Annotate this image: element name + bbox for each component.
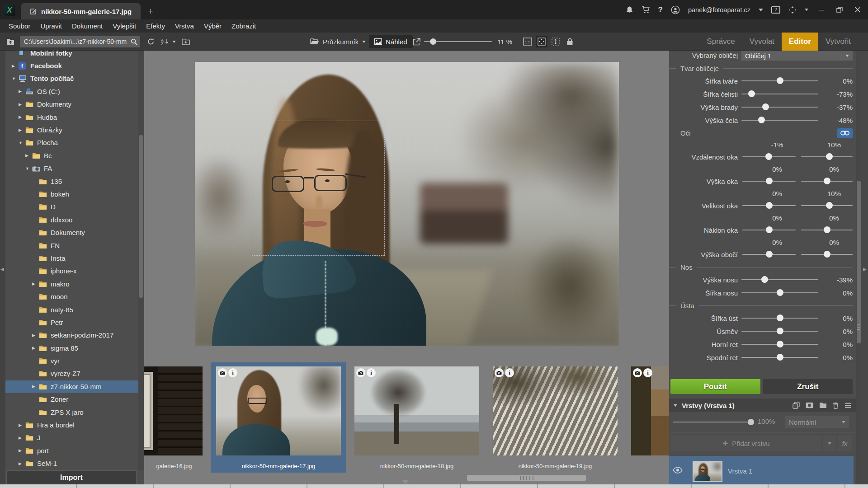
tree-item-setkani-podzim-2017[interactable]: ▶ setkani-podzim-2017 [5,329,135,342]
slider-left-track[interactable] [742,205,796,206]
slider-track[interactable] [741,331,818,332]
slider-knob[interactable] [777,314,783,321]
slider-track[interactable] [741,120,818,121]
slider-knob[interactable] [765,153,772,160]
blend-mode-select[interactable]: Normální [785,416,849,428]
add-layer-button[interactable]: + Přidat vrstvu [671,436,821,451]
refresh-button[interactable] [145,36,156,47]
menu-zobrazit[interactable]: Zobrazit [226,22,261,30]
zoom-100-button[interactable]: 1:1 [522,36,533,47]
layer-mask-icon[interactable] [806,402,813,408]
slider-track[interactable] [741,318,818,319]
layers-header[interactable]: Vrstvy (Vrstva 1) [669,399,856,412]
slider-track[interactable] [741,279,818,280]
path-input[interactable]: C:\Users\Joakim\...\z7-nikkor-50-mm [20,36,140,47]
fullscreen-dropdown-icon[interactable] [805,9,808,11]
apply-button[interactable]: Použít [670,379,760,394]
slider-knob[interactable] [758,117,765,123]
notifications-icon[interactable] [626,6,633,14]
menu-vrstva[interactable]: Vrstva [170,22,199,30]
close-button[interactable] [853,7,863,13]
slider-knob[interactable] [777,77,783,84]
slider-knob[interactable] [766,202,773,209]
sort-dropdown-icon[interactable] [172,41,176,43]
new-folder-button[interactable] [180,36,192,47]
tree-item-bc[interactable]: ▶ Bc [5,149,135,162]
slider-right-track[interactable] [801,254,853,255]
face-selection-marquee[interactable] [252,121,385,256]
thumbnail-autumn-path[interactable]: i [631,366,669,455]
tree-item-naty-85[interactable]: naty-85 [5,303,135,316]
fit-selection-button[interactable] [550,36,561,47]
tree-item-obr-zky[interactable]: ▶ Obrázky [5,123,135,136]
layer-thumbnail[interactable] [693,461,722,482]
camera-badge-icon[interactable] [633,368,642,377]
filmstrip-item-nikkor-50[interactable]: i nikkor-50 [626,362,669,473]
explorer-switch[interactable]: Průzkumník [310,33,366,51]
slider-right-track[interactable] [801,181,853,182]
zoom-slider[interactable] [424,41,492,42]
menu-upravit[interactable]: Upravit [35,22,67,30]
cancel-button[interactable]: Zrušit [763,379,853,394]
tree-collapsed-icon[interactable]: ▶ [19,436,25,440]
tree-collapsed-icon[interactable]: ▶ [32,346,39,350]
tree-item-fa[interactable]: ▼ FA [5,162,135,175]
account-email[interactable]: panek@fotoaparat.cz [688,6,750,14]
tree-collapsed-icon[interactable]: ▶ [19,128,25,132]
tree-item-port[interactable]: ▶ port [5,444,135,457]
photo-preview[interactable] [195,62,619,346]
layer-opacity-slider[interactable] [673,422,751,422]
tree-item-dokumenty[interactable]: Dokumenty [5,226,135,239]
slider-left-track[interactable] [742,230,796,230]
slider-knob[interactable] [761,276,768,283]
slider-knob[interactable] [766,226,773,233]
slider-knob[interactable] [826,153,833,160]
menu-dokument[interactable]: Dokument [67,22,108,30]
restore-button[interactable] [835,7,844,13]
slider-track[interactable] [741,107,818,108]
tree-collapsed-icon[interactable]: ▶ [19,448,25,453]
tree-item-insta[interactable]: Insta [5,252,135,264]
tree-item-dokumenty[interactable]: ▶ Dokumenty [5,98,135,111]
filmstrip-item-nikkor-50-mm-galerie-19-jpg[interactable]: i nikkor-50-mm-galerie-19.jpg [487,362,623,473]
tree-item-hra-a-bordel[interactable]: ▶ Hra a bordel [5,418,135,431]
layer-effects-button[interactable]: fx [838,436,852,451]
slider-track[interactable] [741,80,818,81]
info-badge-icon[interactable]: i [643,368,652,377]
duplicate-layer-icon[interactable] [793,402,800,409]
mode-tab-vytvo-it[interactable]: Vytvořit [818,33,858,51]
camera-badge-icon[interactable] [495,368,504,377]
explorer-dropdown-icon[interactable] [362,41,366,43]
tree-item-j[interactable]: ▶ J [5,432,135,444]
slider-track[interactable] [741,344,818,345]
fullscreen-icon[interactable] [788,6,797,14]
menu-vylep-it[interactable]: Vylepšit [108,22,141,30]
tree-collapsed-icon[interactable]: ▶ [32,282,39,286]
tree-item-mobiln-fotky[interactable]: Mobilní fotky [5,51,135,59]
preview-tab[interactable]: Náhled [369,35,413,48]
add-layer-dropdown[interactable] [823,436,836,451]
tree-item-sigma-85[interactable]: ▶ sigma 85 [5,342,135,354]
tree-item-d[interactable]: D [5,201,135,213]
tree-item-fn[interactable]: FN [5,239,135,252]
slider-right-track[interactable] [801,156,853,157]
thumbnail-window-house[interactable]: i [144,366,203,455]
tree-item-bokeh[interactable]: bokeh [5,188,135,200]
right-panel-scrollbar[interactable] [856,51,862,488]
camera-badge-icon[interactable] [356,368,365,377]
zoom-slider-knob[interactable] [430,38,436,45]
thumbnail-portrait[interactable]: i [216,366,341,455]
slider-knob[interactable] [777,289,783,296]
tree-item-hudba[interactable]: ▶ Hudba [5,111,135,123]
tree-item-z7-nikkor-50-mm[interactable]: ▶ z7-nikkor-50-mm [5,380,135,393]
info-badge-icon[interactable]: i [505,368,514,377]
opacity-knob[interactable] [748,419,754,425]
slider-right-track[interactable] [801,230,853,230]
group-layers-icon[interactable] [819,402,827,408]
slider-knob[interactable] [766,178,773,184]
filmstrip-item-nikkor-50-mm-galerie-18-jpg[interactable]: i nikkor-50-mm-galerie-18.jpg [349,362,485,473]
slider-knob[interactable] [824,178,830,184]
new-tab-button[interactable]: + [148,6,153,16]
camera-badge-icon[interactable] [218,368,227,377]
slider-left-track[interactable] [742,254,796,255]
